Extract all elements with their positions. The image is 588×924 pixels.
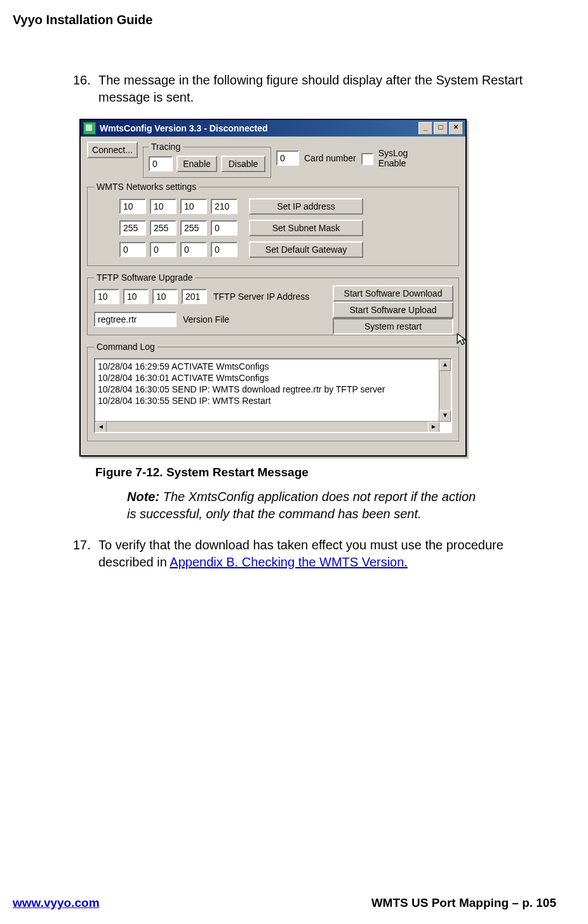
set-ip-button[interactable]: Set IP address xyxy=(249,198,363,215)
gw-octet-4[interactable] xyxy=(211,242,237,257)
system-restart-button[interactable]: System restart xyxy=(333,318,453,335)
step-17-number: 17. xyxy=(73,537,95,571)
window-title: WmtsConfig Version 3.3 - Disconnected xyxy=(100,123,418,133)
connect-button[interactable]: Connect... xyxy=(87,142,138,158)
start-upload-button[interactable]: Start Software Upload xyxy=(333,302,453,318)
disable-button[interactable]: Disable xyxy=(221,156,265,172)
tftp-octet-3[interactable] xyxy=(152,289,178,304)
gw-octet-1[interactable] xyxy=(119,242,146,257)
footer-link[interactable]: www.vyyo.com xyxy=(13,896,100,910)
app-window: WmtsConfig Version 3.3 - Disconnected _ … xyxy=(79,119,467,457)
horizontal-scrollbar[interactable]: ◄ ► xyxy=(95,421,439,432)
tftp-octet-2[interactable] xyxy=(123,289,149,304)
step-16-text: The message in the following figure shou… xyxy=(98,72,537,106)
maximize-button[interactable]: □ xyxy=(434,122,448,135)
figure-caption: Figure 7-12. System Restart Message xyxy=(95,465,556,479)
tftp-octet-4[interactable] xyxy=(182,289,207,304)
command-log[interactable]: 10/28/04 16:29:59 ACTIVATE WmtsConfigs 1… xyxy=(94,358,452,433)
tracing-legend: Tracing xyxy=(149,142,183,152)
set-mask-button[interactable]: Set Subnet Mask xyxy=(249,220,363,236)
command-log-legend: Command Log xyxy=(94,342,157,352)
version-file-input[interactable] xyxy=(94,312,177,327)
vertical-scrollbar[interactable]: ▲ ▼ xyxy=(439,359,451,422)
tracing-input[interactable] xyxy=(149,156,173,171)
ip-octet-4[interactable] xyxy=(211,199,237,214)
app-icon xyxy=(83,122,96,135)
mask-octet-4[interactable] xyxy=(211,220,237,236)
set-gateway-button[interactable]: Set Default Gateway xyxy=(249,241,363,258)
note-block: Note: The XmtsConfig application does no… xyxy=(127,488,480,523)
scroll-right-icon[interactable]: ► xyxy=(428,422,439,433)
minimize-button[interactable]: _ xyxy=(418,122,432,135)
titlebar[interactable]: WmtsConfig Version 3.3 - Disconnected _ … xyxy=(81,120,465,137)
step-16: 16. The message in the following figure … xyxy=(73,72,537,106)
scroll-left-icon[interactable]: ◄ xyxy=(95,422,107,433)
ip-octet-3[interactable] xyxy=(180,199,207,214)
step-17-text: To verify that the download has taken ef… xyxy=(98,537,537,571)
step-17: 17. To verify that the download has take… xyxy=(73,537,537,571)
card-number-input[interactable] xyxy=(276,151,299,166)
mask-octet-1[interactable] xyxy=(119,220,146,236)
ip-octet-1[interactable] xyxy=(119,199,146,214)
doc-header: Vyyo Installation Guide xyxy=(13,13,556,27)
mask-octet-3[interactable] xyxy=(180,220,207,236)
note-text: The XmtsConfig application does not repo… xyxy=(127,490,476,521)
syslog-checkbox[interactable] xyxy=(361,153,373,165)
start-download-button[interactable]: Start Software Download xyxy=(333,285,453,302)
tftp-server-label: TFTP Server IP Address xyxy=(213,291,309,302)
footer-page: WMTS US Port Mapping – p. 105 xyxy=(371,896,556,910)
tftp-octet-1[interactable] xyxy=(94,289,119,304)
gw-octet-2[interactable] xyxy=(150,242,177,257)
card-number-label: Card number xyxy=(304,153,356,163)
version-file-label: Version File xyxy=(183,314,229,325)
appendix-link[interactable]: Appendix B. Checking the WMTS Version. xyxy=(170,555,408,569)
scroll-up-icon[interactable]: ▲ xyxy=(439,359,451,371)
step-16-number: 16. xyxy=(73,72,95,106)
networks-legend: WMTS Networks settings xyxy=(94,182,199,192)
enable-button[interactable]: Enable xyxy=(177,156,217,172)
scroll-down-icon[interactable]: ▼ xyxy=(439,410,451,422)
close-button[interactable]: × xyxy=(449,122,463,135)
syslog-label: SysLog Enable xyxy=(378,148,413,168)
note-lead: Note: xyxy=(127,490,159,504)
ip-octet-2[interactable] xyxy=(150,199,177,214)
mask-octet-2[interactable] xyxy=(150,220,177,236)
gw-octet-3[interactable] xyxy=(180,242,207,257)
tftp-legend: TFTP Software Upgrade xyxy=(94,272,195,283)
